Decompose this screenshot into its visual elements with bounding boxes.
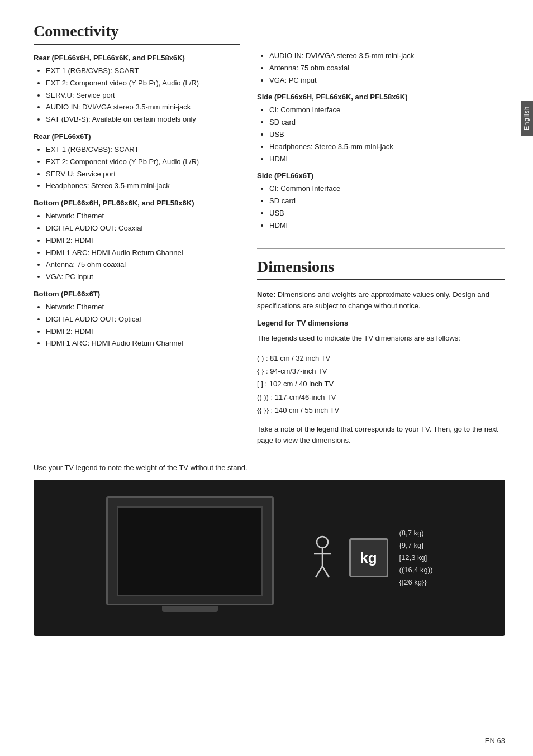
note-label: Note: bbox=[257, 290, 275, 299]
list-item: HDMI 1 ARC: HDMI Audio Return Channel bbox=[46, 247, 240, 259]
bottom-use-text: Use your TV legend to note the weight of… bbox=[34, 463, 505, 472]
connectivity-title: Connectivity bbox=[34, 22, 240, 45]
legend-item: { } : 94-cm/37-inch TV bbox=[257, 365, 505, 377]
list-item: AUDIO IN: DVI/VGA stereo 3.5-mm mini-jac… bbox=[269, 50, 505, 62]
list-item: VGA: PC input bbox=[46, 271, 240, 283]
list-item: Headphones: Stereo 3.5-mm mini-jack bbox=[269, 141, 505, 153]
connectivity-left-col: Connectivity Rear (PFL66x6H, PFL66x6K, a… bbox=[34, 22, 240, 454]
list-item: CI: Common Interface bbox=[269, 104, 505, 116]
svg-point-0 bbox=[317, 537, 328, 548]
list-item: SD card bbox=[269, 195, 505, 207]
tv-diagram: kg (8,7 kg) {9,7 kg} [12,3 kg] ((16,4 kg… bbox=[34, 480, 505, 636]
weight-values: (8,7 kg) {9,7 kg} [12,3 kg] ((16,4 kg)) … bbox=[399, 527, 433, 588]
legend-intro: The legends used to indicate the TV dime… bbox=[257, 332, 505, 344]
list-item: EXT 1 (RGB/CVBS): SCART bbox=[46, 65, 240, 77]
legend-item: [ ] : 102 cm / 40 inch TV bbox=[257, 377, 505, 390]
list-item: SD card bbox=[269, 117, 505, 128]
dimensions-title: Dimensions bbox=[257, 258, 505, 280]
list-item: HDMI 1 ARC: HDMI Audio Return Channel bbox=[46, 338, 240, 350]
tv-screen-inner bbox=[117, 506, 263, 596]
list-item: USB bbox=[269, 129, 505, 141]
list-item: SERV U: Service port bbox=[46, 169, 240, 180]
page-container: English Connectivity Rear (PFL66x6H, PFL… bbox=[0, 0, 533, 756]
list-item: AUDIO IN: DVI/VGA stereo 3.5-mm mini-jac… bbox=[46, 102, 240, 113]
rear-pfl66-heading: Rear (PFL66x6H, PFL66x6K, and PFL58x6K) bbox=[34, 54, 240, 62]
weight-item: {{26 kg}} bbox=[399, 576, 433, 588]
list-item: Network: Ethernet bbox=[46, 302, 240, 313]
side-tab: English bbox=[521, 101, 533, 136]
connectivity-section: Connectivity Rear (PFL66x6H, PFL66x6K, a… bbox=[34, 22, 505, 454]
list-item: EXT 2: Component video (Y Pb Pr), Audio … bbox=[46, 78, 240, 89]
page-footer: EN 63 bbox=[485, 736, 505, 745]
list-item: EXT 1 (RGB/CVBS): SCART bbox=[46, 144, 240, 156]
right-top-list: AUDIO IN: DVI/VGA stereo 3.5-mm mini-jac… bbox=[257, 50, 505, 86]
rear-pfl66-list: EXT 1 (RGB/CVBS): SCART EXT 2: Component… bbox=[34, 65, 240, 126]
list-item: HDMI 2: HDMI bbox=[46, 326, 240, 338]
legend-item: (( )) : 117-cm/46-inch TV bbox=[257, 391, 505, 404]
take-note-text: Take a note of the legend that correspon… bbox=[257, 424, 505, 447]
list-item: HDMI 2: HDMI bbox=[46, 235, 240, 247]
list-item: SAT (DVB-S): Available on certain models… bbox=[46, 114, 240, 126]
person-icon bbox=[307, 535, 338, 580]
list-item: Antenna: 75 ohm coaxial bbox=[46, 259, 240, 271]
list-item: Network: Ethernet bbox=[46, 210, 240, 222]
kg-box: kg bbox=[349, 538, 388, 577]
legend-item: ( ) : 81 cm / 32 inch TV bbox=[257, 352, 505, 365]
legend-heading: Legend for TV dimensions bbox=[257, 319, 505, 327]
weight-item: ((16,4 kg)) bbox=[399, 564, 433, 576]
rear-pfl66t-heading: Rear (PFL66x6T) bbox=[34, 132, 240, 141]
tv-illustration bbox=[106, 496, 274, 619]
svg-line-3 bbox=[316, 566, 322, 577]
list-item: USB bbox=[269, 208, 505, 219]
legend-item: {{ }} : 140 cm / 55 inch TV bbox=[257, 404, 505, 417]
list-item: Headphones: Stereo 3.5-mm mini-jack bbox=[46, 180, 240, 192]
legend-list: ( ) : 81 cm / 32 inch TV { } : 94-cm/37-… bbox=[257, 352, 505, 417]
weight-item: (8,7 kg) bbox=[399, 527, 433, 539]
list-item: Antenna: 75 ohm coaxial bbox=[269, 63, 505, 74]
list-item: SERV.U: Service port bbox=[46, 90, 240, 102]
section-divider bbox=[257, 248, 505, 249]
bottom-pfl66t-list: Network: Ethernet DIGITAL AUDIO OUT: Opt… bbox=[34, 302, 240, 350]
list-item: EXT 2: Component video (Y Pb Pr), Audio … bbox=[46, 156, 240, 168]
svg-line-4 bbox=[322, 566, 329, 577]
list-item: DIGITAL AUDIO OUT: Coaxial bbox=[46, 223, 240, 235]
note-body: Dimensions and weights are approximate v… bbox=[257, 290, 489, 310]
list-item: VGA: PC input bbox=[269, 75, 505, 87]
dimensions-section: Dimensions Note: Dimensions and weights … bbox=[257, 248, 505, 447]
list-item: HDMI bbox=[269, 220, 505, 232]
rear-pfl66t-list: EXT 1 (RGB/CVBS): SCART EXT 2: Component… bbox=[34, 144, 240, 192]
tv-stand bbox=[162, 606, 218, 612]
weight-item: [12,3 kg] bbox=[399, 552, 433, 564]
list-item: DIGITAL AUDIO OUT: Optical bbox=[46, 314, 240, 326]
bottom-pfl66t-heading: Bottom (PFL66x6T) bbox=[34, 290, 240, 298]
side-pfl66-heading: Side (PFL66x6H, PFL66x6K, and PFL58x6K) bbox=[257, 93, 505, 101]
connectivity-right-col: AUDIO IN: DVI/VGA stereo 3.5-mm mini-jac… bbox=[257, 22, 505, 454]
list-item: CI: Common Interface bbox=[269, 183, 505, 195]
side-pfl66t-heading: Side (PFL66x6T) bbox=[257, 171, 505, 180]
tv-screen-outer bbox=[106, 496, 274, 605]
side-pfl66-list: CI: Common Interface SD card USB Headpho… bbox=[257, 104, 505, 165]
list-item: HDMI bbox=[269, 154, 505, 165]
side-pfl66t-list: CI: Common Interface SD card USB HDMI bbox=[257, 183, 505, 231]
bottom-pfl66-heading: Bottom (PFL66x6H, PFL66x6K, and PFL58x6K… bbox=[34, 199, 240, 207]
dimensions-note: Note: Dimensions and weights are approxi… bbox=[257, 289, 505, 313]
weight-item: {9,7 kg} bbox=[399, 539, 433, 552]
weight-diagram: kg (8,7 kg) {9,7 kg} [12,3 kg] ((16,4 kg… bbox=[307, 527, 433, 588]
bottom-pfl66-list: Network: Ethernet DIGITAL AUDIO OUT: Coa… bbox=[34, 210, 240, 283]
